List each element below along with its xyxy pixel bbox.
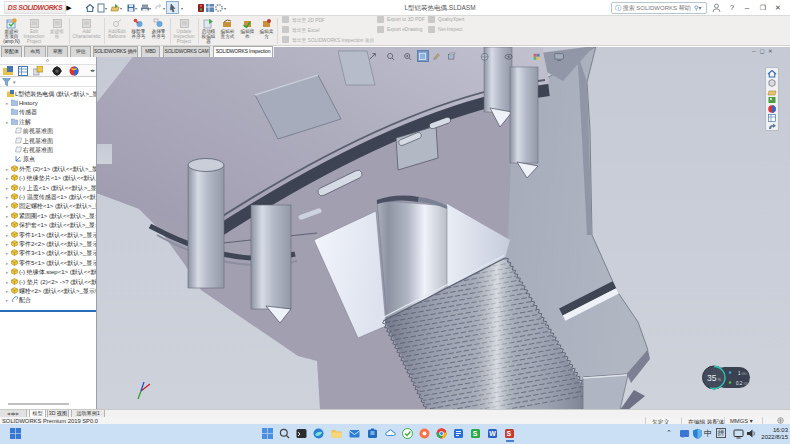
svg-text:S: S [507, 430, 512, 437]
svg-text:KB/s: KB/s [742, 372, 749, 376]
svg-text:W: W [489, 430, 496, 437]
svg-text:S: S [473, 430, 478, 437]
svg-text:%: % [718, 377, 722, 382]
svg-text:KB/s: KB/s [744, 382, 751, 386]
svg-text:0.2: 0.2 [736, 381, 743, 386]
svg-text:35: 35 [707, 373, 717, 383]
